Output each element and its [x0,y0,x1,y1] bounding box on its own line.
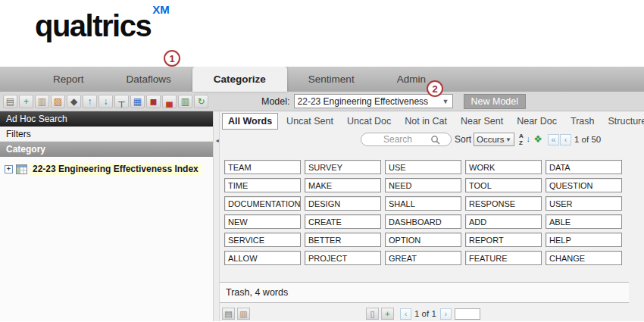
tab-not-in-cat[interactable]: Not in Cat [399,113,452,130]
word-chip[interactable]: FEATURE [465,251,542,265]
word-chip[interactable]: DESIGN [305,196,381,211]
refresh-icon[interactable]: ↻ [194,95,208,108]
trash-icon[interactable]: ▯ [366,308,379,320]
word-chip[interactable]: HELP [546,233,622,247]
nav-tab-sentiment[interactable]: Sentiment [287,67,376,92]
grid-icon[interactable]: ▦ [130,95,145,108]
word-chip[interactable]: CHANGE [546,251,622,265]
briefcase-icon[interactable]: ◼ [146,95,161,108]
tab-uncat-sent[interactable]: Uncat Sent [281,113,339,130]
word-chip[interactable]: REPORT [465,233,542,247]
nav-tab-categorize[interactable]: Categorize [192,67,287,92]
bottom-right-icon-group: ▯+ [366,308,396,320]
arrow-down-icon[interactable]: ↓ [98,95,113,108]
toolbar-icon-group: ▤+▥▨◆↑↓┬▦◼▄▥↻ [3,95,210,108]
pdf-icon[interactable]: ▄ [162,95,177,108]
category-tree-item[interactable]: + 22-23 Engineering Effectiveness Index [0,157,213,181]
word-chip[interactable]: USER [546,196,622,211]
hierarchy-icon[interactable]: ┬ [114,95,129,108]
save-icon[interactable]: ▤ [222,308,235,320]
word-chip[interactable]: SERVICE [224,233,301,247]
search-box[interactable] [361,133,452,146]
save-icon[interactable]: ▤ [3,95,17,108]
word-chip[interactable]: MAKE [305,178,381,192]
tab-uncat-doc[interactable]: Uncat Doc [342,113,396,130]
logo-wordmark: qualtrics [35,9,151,42]
add-document-icon[interactable]: + [19,95,33,108]
bottom-toolbar: ▤▥ ▯+ ‹ 1 of 1 › [220,308,629,320]
trash-status-row: Trash, 4 words [220,282,629,303]
word-chip[interactable]: ABLE [546,214,622,229]
prev-page-button[interactable]: ‹ [560,134,571,145]
search-input[interactable] [365,133,430,145]
app-header: qualtricsXM [0,0,644,67]
arrow-up-icon[interactable]: ↑ [83,95,97,108]
refresh-green-icon[interactable]: ❖ [532,133,544,145]
category-table-icon [16,164,27,174]
word-chip[interactable]: WORK [465,160,542,174]
word-chip[interactable]: USE [385,160,461,174]
word-chip[interactable]: NEW [224,214,301,229]
nav-tab-dataflows[interactable]: Dataflows [105,67,192,92]
word-chip[interactable]: QUESTION [546,178,622,192]
tab-near-doc[interactable]: Near Doc [511,113,562,130]
tree-item-label[interactable]: 22-23 Engineering Effectiveness Index [30,163,201,175]
word-chip[interactable]: TEAM [224,160,301,174]
content-area: Ad Hoc Search Filters Category + 22-23 E… [0,111,644,321]
word-chip[interactable]: TOOL [465,178,542,192]
word-chip[interactable]: OPTION [385,233,461,247]
word-controls-row: Sort Occurs ▼ AZ↓ ❖ « ‹ 1 of 50 [220,130,644,149]
add-icon[interactable]: + [381,308,394,320]
word-chip[interactable]: SURVEY [305,160,381,174]
word-chip[interactable]: RESPONSE [465,196,542,211]
main-panel: All WordsUncat SentUncat DocNot in CatNe… [220,111,644,321]
pagination-text: 1 of 50 [574,135,601,144]
word-chip[interactable]: BETTER [305,233,381,247]
adhoc-search-header[interactable]: Ad Hoc Search [0,111,213,127]
bottom-page-input[interactable] [455,308,480,320]
word-chip[interactable]: PROJECT [305,251,381,265]
word-chip[interactable]: DOCUMENTATION [224,196,301,211]
bottom-prev-page-button[interactable]: ‹ [400,308,411,320]
word-chip[interactable]: ALLOW [224,251,301,265]
model-select[interactable]: 22-23 Engineering Effectiveness ▼ [294,94,453,108]
first-page-button[interactable]: « [548,134,559,145]
filters-row[interactable]: Filters [0,127,213,142]
tag-icon[interactable]: ◆ [67,95,81,108]
bottom-left-icon-group: ▤▥ [222,308,252,320]
word-chip[interactable]: CREATE [305,214,381,229]
image-icon[interactable]: ▨ [51,95,65,108]
word-chip[interactable]: SHALL [385,196,461,211]
sidebar: Ad Hoc Search Filters Category + 22-23 E… [0,111,214,321]
annotation-circle-2: 2 [427,80,443,97]
search-icon[interactable] [430,135,440,145]
sort-select-value: Occurs [477,135,504,144]
nav-tab-report[interactable]: Report [32,67,105,92]
panel-divider[interactable]: ◂ [214,111,220,321]
logo-xm-badge: XM [152,3,170,16]
word-chip[interactable]: NEED [385,178,461,192]
export-icon[interactable]: ▥ [237,308,250,320]
word-chip[interactable]: TIME [224,178,301,192]
sort-az-icon[interactable]: AZ↓ [518,133,530,145]
bottom-next-page-button[interactable]: › [440,308,452,320]
report-icon[interactable]: ▥ [178,95,192,108]
primary-nav-tabbar: ReportDataflowsCategorizeSentimentAdmin [0,67,644,92]
tab-structure[interactable]: Structure [602,113,644,130]
chevron-down-icon: ▼ [505,136,511,143]
word-chip[interactable]: DATA [546,160,622,174]
expand-icon[interactable]: + [5,165,13,174]
word-chip[interactable]: GREAT [385,251,461,265]
word-chip[interactable]: ADD [465,214,542,229]
tab-all-words[interactable]: All Words [222,113,278,130]
sort-select[interactable]: Occurs ▼ [474,133,514,146]
model-select-value: 22-23 Engineering Effectiveness [298,96,429,107]
word-chip[interactable]: DASHBOARD [385,214,461,229]
word-view-tabbar: All WordsUncat SentUncat DocNot in CatNe… [220,111,644,130]
tab-trash[interactable]: Trash [565,113,600,130]
tab-near-sent[interactable]: Near Sent [455,113,508,130]
bottom-pagination-text: 1 of 1 [414,309,436,318]
new-model-button[interactable]: New Model [464,94,527,109]
export-document-icon[interactable]: ▥ [35,95,49,108]
word-grid: TEAMSURVEYUSEWORKDATATIMEMAKENEEDTOOLQUE… [224,160,626,265]
